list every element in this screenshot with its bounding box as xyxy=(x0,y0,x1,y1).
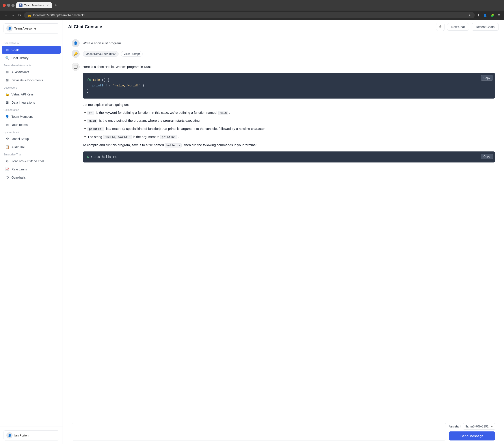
println-inline-code-2: println! xyxy=(160,135,177,139)
explanation-intro: Let me explain what's going on: xyxy=(83,102,495,107)
bullet-item-string: The string "Hello, World!" is the argume… xyxy=(84,134,495,140)
active-tab[interactable]: B Team Members ✕ xyxy=(16,2,52,8)
sidebar-item-audit-trail[interactable]: 📋 Audit Trail xyxy=(2,143,61,151)
chat-input[interactable] xyxy=(75,426,442,438)
sidebar-item-data-integrations[interactable]: ⊞ Data Integrations xyxy=(2,99,61,107)
sidebar-item-your-teams[interactable]: ⊞ Your Teams xyxy=(2,121,61,129)
model-badge: Model:llama3-70b-8192 xyxy=(83,51,119,57)
user-message-content: Write a short rust program xyxy=(83,39,495,46)
sidebar-item-rate-limits[interactable]: 📈 Rate Limits xyxy=(2,165,61,173)
bullet-dot-1 xyxy=(84,112,86,113)
page-title: AI Chat Console xyxy=(68,24,436,29)
chats-label: Chats xyxy=(11,48,20,52)
model-info-row: Model:llama3-70b-8192 View Prompt xyxy=(83,50,143,57)
sidebar: 👤 Team Awesome ⌄ Generative AI ⊞ Chats 🔍… xyxy=(0,20,63,444)
fn-inline-code: fn xyxy=(88,111,94,115)
datasets-icon: ⊞ xyxy=(5,78,9,82)
window-min-btn[interactable] xyxy=(7,4,10,7)
bullet-dot-2 xyxy=(84,120,86,121)
datasets-label: Datasets & Documents xyxy=(11,78,43,82)
rate-limits-label: Rate Limits xyxy=(11,167,27,171)
sidebar-item-guardrails[interactable]: 🛡 Guardrails xyxy=(2,173,61,182)
sidebar-item-virtual-api-keys[interactable]: 🔒 Virtual API Keys xyxy=(2,90,61,98)
ai-message-content: Here is a short "Hello, World!" program … xyxy=(83,63,495,166)
svg-rect-0 xyxy=(74,65,77,69)
app-wrapper: 👤 Team Awesome ⌄ Generative AI ⊞ Chats 🔍… xyxy=(0,20,504,444)
bullet-item-println: println! is a macro (a special kind of f… xyxy=(84,126,495,132)
audit-trail-label: Audit Trail xyxy=(11,145,25,149)
chat-area[interactable]: 👤 Write a short rust program 🔑 Model:lla… xyxy=(63,34,504,419)
forward-btn[interactable]: → xyxy=(10,12,16,18)
profile-btn[interactable]: 👤 xyxy=(482,13,488,18)
bullet-text-3: println! is a macro (a special kind of f… xyxy=(88,126,266,132)
back-btn[interactable]: ← xyxy=(3,12,9,18)
code-block: Copy fn main () { println! ( "Hello, Wor… xyxy=(83,73,495,99)
model-row: 🔑 Model:llama3-70b-8192 View Prompt xyxy=(72,50,495,60)
sidebar-item-ai-assistants[interactable]: ⊞ AI Assistants xyxy=(2,68,61,76)
bullet-text-1: fn is the keyword for defining a functio… xyxy=(88,110,230,115)
user-info[interactable]: 👤 Ian Purton ⌄ xyxy=(3,430,59,441)
window-close-btn[interactable] xyxy=(3,4,6,7)
audit-trail-icon: 📋 xyxy=(5,145,9,149)
guardrails-label: Guardrails xyxy=(11,176,26,179)
main-fn-name: main xyxy=(92,78,100,82)
bullet-item-main: main is the entry point of the program, … xyxy=(84,118,495,123)
nav-buttons: ← → ↻ xyxy=(3,12,22,18)
nav-section-enterprise-trial: Enterprise Trial xyxy=(0,151,63,157)
sidebar-header: 👤 Team Awesome ⌄ xyxy=(0,20,63,37)
sidebar-item-team-members[interactable]: 👤 Team Members xyxy=(2,113,61,121)
guardrails-icon: 🛡 xyxy=(5,175,9,180)
sidebar-item-features-extend-trial[interactable]: ⊙ Features & Extend Trial xyxy=(2,157,61,165)
new-chat-button[interactable]: New Chat xyxy=(447,23,469,31)
sidebar-item-chats[interactable]: ⊞ Chats xyxy=(2,46,61,54)
rate-limits-icon: 📈 xyxy=(5,167,9,171)
println-macro: println! xyxy=(92,84,107,87)
sidebar-item-model-setup[interactable]: ⚙ Model Setup xyxy=(2,135,61,143)
refresh-btn[interactable]: ↻ xyxy=(17,12,22,18)
new-tab-btn[interactable]: + xyxy=(53,2,59,9)
menu-btn[interactable]: ☰ xyxy=(497,13,501,18)
hello-world-inline-code: "Hello, World!" xyxy=(103,135,132,139)
sidebar-item-chat-history[interactable]: 🔍 Chat History xyxy=(2,54,61,62)
trash-button[interactable]: 🗑 xyxy=(436,23,445,31)
fn-keyword: fn xyxy=(87,78,91,82)
bullet-list: fn is the keyword for defining a functio… xyxy=(83,110,495,140)
view-prompt-button[interactable]: View Prompt xyxy=(121,51,143,57)
url-bar[interactable]: 🔒 localhost:7700/app/team/1/console/11 ★ xyxy=(24,12,475,18)
terminal-block: Copy $ rustc hello.rs xyxy=(83,151,495,163)
team-members-label: Team Members xyxy=(11,115,33,118)
assistant-select[interactable]: llama3-70b-8192 xyxy=(463,423,495,430)
url-text: localhost:7700/app/team/1/console/11 xyxy=(33,14,467,17)
downloads-btn[interactable]: ⬇ xyxy=(476,13,481,18)
user-name: Ian Purton xyxy=(14,434,52,437)
chat-history-label: Chat History xyxy=(11,56,28,60)
ai-intro-text: Here is a short "Hello, World!" program … xyxy=(83,64,495,70)
compile-text: To compile and run this program, save it… xyxy=(83,142,495,148)
code-line-2: println! ( "Hello, World!" ); xyxy=(87,83,491,88)
nav-section-developers: Developers xyxy=(0,84,63,90)
team-selector[interactable]: 👤 Team Awesome ⌄ xyxy=(3,23,59,34)
team-avatar: 👤 xyxy=(6,25,13,32)
input-area: Assistant llama3-70b-8192 Send Message xyxy=(63,419,504,444)
model-setup-label: Model Setup xyxy=(11,137,29,141)
println-inline-code: println! xyxy=(88,127,104,131)
key-icon: 🔑 xyxy=(72,50,80,58)
terminal-copy-button[interactable]: Copy xyxy=(481,154,493,159)
extensions-btn[interactable]: 🧩 xyxy=(490,13,495,18)
chat-input-wrapper[interactable] xyxy=(72,423,446,441)
hello-rs-filename: hello.rs xyxy=(165,143,181,148)
user-chevron-icon: ⌄ xyxy=(54,434,56,437)
model-setup-icon: ⚙ xyxy=(5,137,9,141)
recent-chats-button[interactable]: Recent Chats xyxy=(472,23,499,31)
address-bar: ← → ↻ 🔒 localhost:7700/app/team/1/consol… xyxy=(0,11,504,20)
sidebar-footer: 👤 Ian Purton ⌄ xyxy=(0,426,63,444)
chats-icon: ⊞ xyxy=(5,48,9,52)
sidebar-item-datasets-documents[interactable]: ⊞ Datasets & Documents xyxy=(2,76,61,84)
window-controls xyxy=(3,4,15,7)
send-message-button[interactable]: Send Message xyxy=(449,431,495,441)
top-bar: AI Chat Console 🗑 New Chat Recent Chats xyxy=(63,20,504,34)
tab-close-btn[interactable]: ✕ xyxy=(46,3,49,7)
main-inline-code: main xyxy=(218,111,228,115)
code-copy-button[interactable]: Copy xyxy=(481,75,493,81)
window-max-btn[interactable] xyxy=(11,4,15,7)
